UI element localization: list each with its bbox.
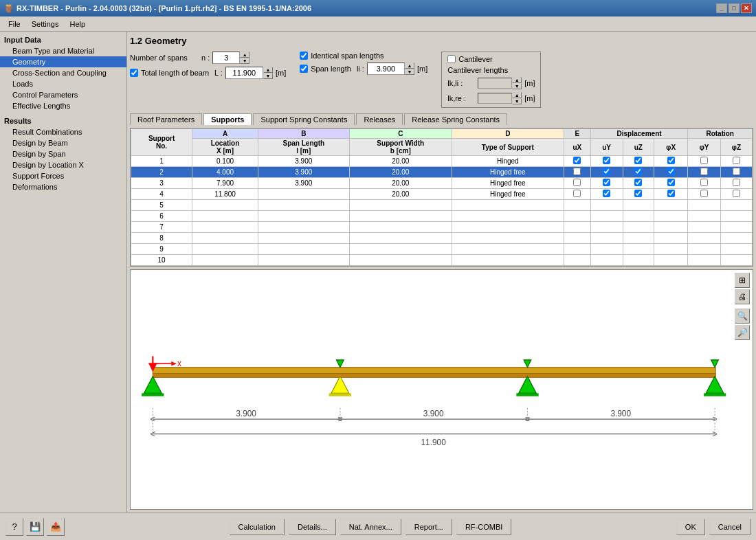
span-length-spin-up[interactable]: ▲: [405, 63, 414, 69]
cell-uy[interactable]: [590, 178, 623, 189]
cell-ux[interactable]: [564, 189, 590, 200]
tab-releases[interactable]: Releases: [356, 113, 403, 125]
table-row[interactable]: 1 0.100 3.900 20.00 Hinged: [131, 156, 753, 167]
sidebar-item-effective-lengths[interactable]: Effective Lengths: [0, 100, 126, 111]
total-length-spin-up[interactable]: ▲: [263, 67, 273, 73]
export-button[interactable]: 📤: [47, 518, 65, 536]
total-length-spin[interactable]: ▲ ▼: [225, 67, 273, 79]
total-length-input[interactable]: [225, 67, 263, 79]
ok-button[interactable]: OK: [676, 519, 705, 535]
bottom-center-buttons: Calculation Details... Nat. Annex... Rep…: [230, 519, 512, 535]
lk-ii-down[interactable]: ▼: [512, 83, 522, 89]
cell-phiz[interactable]: [720, 156, 752, 167]
cell-phiy[interactable]: [688, 189, 720, 200]
identical-span-checkbox[interactable]: [300, 52, 308, 60]
tab-roof-params[interactable]: Roof Parameters: [130, 113, 202, 125]
lk-re-up[interactable]: ▲: [512, 92, 522, 98]
span-group: Identical span lengths Span length li : …: [300, 52, 427, 75]
lk-ii-input[interactable]: [478, 78, 512, 89]
cell-uz[interactable]: [623, 167, 654, 178]
cell-span: 3.900: [258, 156, 349, 167]
print-button[interactable]: 🖨: [735, 289, 750, 304]
total-length-unit: [m]: [276, 69, 286, 77]
bottom-bar: ? 💾 📤 Calculation Details... Nat. Annex.…: [0, 513, 756, 540]
cell-phiz[interactable]: [720, 189, 752, 200]
cantilever-checkbox[interactable]: [447, 55, 456, 63]
details-button[interactable]: Details...: [289, 519, 336, 535]
span-length-row: Span length li : ▲ ▼ [m]: [300, 63, 427, 75]
sidebar-item-cross-section[interactable]: Cross-Section and Coupling: [0, 67, 126, 78]
cell-uz[interactable]: [623, 189, 654, 200]
sidebar-item-design-by-beam[interactable]: Design by Beam: [0, 137, 126, 148]
maximize-button[interactable]: □: [729, 3, 740, 13]
zoom-out-button[interactable]: 🔎: [735, 325, 750, 340]
lk-ii-up[interactable]: ▲: [512, 77, 522, 83]
span-length-input[interactable]: [367, 63, 405, 75]
num-spans-input[interactable]: [212, 52, 240, 64]
sidebar-item-design-by-span[interactable]: Design by Span: [0, 148, 126, 159]
cell-ux[interactable]: [564, 167, 590, 178]
sidebar-item-loads[interactable]: Loads: [0, 78, 126, 89]
save-button[interactable]: 💾: [26, 518, 44, 536]
cell-phix[interactable]: [654, 156, 688, 167]
num-spans-row: Number of spans n : ▲ ▼: [130, 52, 286, 64]
sidebar-item-design-by-location[interactable]: Design by Location X: [0, 159, 126, 170]
lk-re-down[interactable]: ▼: [512, 98, 522, 104]
report-button[interactable]: Report...: [405, 519, 452, 535]
cell-phix[interactable]: [654, 167, 688, 178]
cell-ux[interactable]: [564, 156, 590, 167]
cell-phix[interactable]: [654, 189, 688, 200]
tab-release-spring[interactable]: Release Spring Constants: [404, 113, 507, 125]
zoom-in-button[interactable]: 🔍: [735, 308, 750, 324]
cell-uy[interactable]: [590, 189, 623, 200]
calculation-button[interactable]: Calculation: [230, 519, 285, 535]
cell-phix[interactable]: [654, 178, 688, 189]
help-button[interactable]: ?: [5, 518, 23, 536]
tab-spring-constants[interactable]: Support Spring Constants: [253, 113, 355, 125]
sidebar-item-support-forces[interactable]: Support Forces: [0, 170, 126, 181]
menu-settings[interactable]: Settings: [26, 19, 65, 30]
cell-uy[interactable]: [590, 156, 623, 167]
cell-uz[interactable]: [623, 156, 654, 167]
tab-supports[interactable]: Supports: [203, 113, 252, 125]
cantilever-check-row: Cantilever: [447, 55, 535, 63]
spin-down[interactable]: ▼: [240, 58, 249, 64]
lk-re-input[interactable]: [478, 93, 512, 104]
rf-combi-button[interactable]: RF-COMBI: [456, 519, 511, 535]
total-length-checkbox[interactable]: [130, 69, 138, 77]
span-length-spin[interactable]: ▲ ▼: [367, 63, 414, 75]
nat-annex-button[interactable]: Nat. Annex...: [340, 519, 401, 535]
cell-uz[interactable]: [623, 178, 654, 189]
menu-help[interactable]: Help: [64, 19, 91, 30]
menu-file[interactable]: File: [3, 19, 26, 30]
num-spans-spin[interactable]: ▲ ▼: [212, 52, 249, 64]
svg-text:11.900: 11.900: [421, 438, 447, 447]
cell-uy[interactable]: [590, 167, 623, 178]
sidebar-item-control-params[interactable]: Control Parameters: [0, 89, 126, 100]
table-row-empty: 7: [131, 222, 753, 233]
span-length-checkbox[interactable]: [300, 65, 308, 73]
cancel-button[interactable]: Cancel: [709, 519, 751, 535]
table-row[interactable]: 4 11.800 20.00 Hinged free: [131, 189, 753, 200]
cell-phiz[interactable]: [720, 178, 752, 189]
sidebar-item-result-combinations[interactable]: Result Combinations: [0, 126, 126, 137]
cell-phiy[interactable]: [688, 156, 720, 167]
cell-ux[interactable]: [564, 178, 590, 189]
cell-phiy[interactable]: [688, 167, 720, 178]
lk-re-unit: [m]: [524, 94, 535, 102]
close-button[interactable]: ✕: [741, 3, 752, 13]
cell-phiy[interactable]: [688, 178, 720, 189]
sidebar-item-deformations[interactable]: Deformations: [0, 181, 126, 192]
col-header-phix: φX: [654, 139, 688, 156]
table-row[interactable]: 3 7.900 3.900 20.00 Hinged free: [131, 178, 753, 189]
titlebar-controls[interactable]: _ □ ✕: [716, 3, 752, 13]
minimize-button[interactable]: _: [716, 3, 727, 13]
sidebar-item-beam-type[interactable]: Beam Type and Material: [0, 45, 126, 56]
span-length-spin-down[interactable]: ▼: [405, 69, 414, 75]
zoom-to-fit-button[interactable]: ⊞: [735, 273, 750, 288]
total-length-spin-down[interactable]: ▼: [263, 73, 273, 79]
spin-up[interactable]: ▲: [240, 52, 249, 58]
sidebar-item-geometry[interactable]: Geometry: [0, 56, 126, 67]
cell-phiz[interactable]: [720, 167, 752, 178]
table-row[interactable]: 2 4.000 3.900 20.00 Hinged free: [131, 167, 753, 178]
